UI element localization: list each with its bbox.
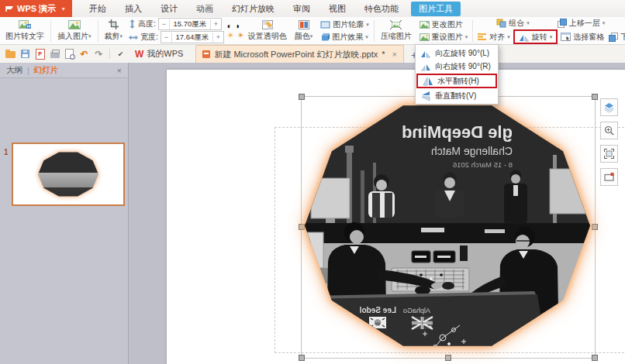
korea-flag-icon (369, 317, 386, 328)
width-decrease-button[interactable]: − (161, 33, 172, 43)
selection-handle-top-right[interactable] (592, 94, 598, 100)
set-transparent-label: 设置透明色 (248, 31, 287, 42)
contrast-increase-icon[interactable]: ◐ (227, 22, 232, 30)
slide-number: 1 (4, 148, 9, 156)
pdf-icon: P (36, 49, 45, 60)
tab-animation[interactable]: 动画 (187, 0, 223, 17)
selection-pane-button[interactable]: 选择窗格 (558, 31, 606, 43)
picture-outline-caret-icon: ▾ (366, 22, 369, 28)
ribbon: 图片转文字 插入图片▾ 裁剪▾ 高度: −15.70厘米+ 宽度: −17.64… (0, 17, 625, 45)
width-increase-button[interactable]: + (212, 33, 223, 43)
decagon-picture-glow: gle DeepMind Challenge Match 8 - 15 Marc… (305, 99, 590, 352)
crop-button[interactable]: 裁剪▾ (101, 18, 127, 43)
tab-view[interactable]: 视图 (319, 0, 355, 17)
width-value[interactable]: 17.64厘米 (172, 33, 212, 43)
magnifier-plus-icon (604, 125, 614, 136)
redo-icon: ↷ (95, 49, 102, 60)
open-file-button[interactable] (4, 47, 17, 60)
layers-button[interactable] (600, 98, 618, 116)
svg-text:gle DeepMind: gle DeepMind (402, 122, 513, 142)
my-wps-tab[interactable]: W 我的WPS (127, 45, 191, 63)
export-pdf-button[interactable]: P (33, 47, 47, 60)
tab-insert[interactable]: 插入 (116, 0, 151, 17)
group-label: 组合 (509, 18, 524, 29)
print-icon (50, 52, 60, 58)
reset-picture-button[interactable]: 重设图片▾ (417, 31, 471, 43)
redo-button[interactable]: ↷ (92, 47, 105, 60)
contrast-decrease-icon[interactable]: ◑ (235, 22, 240, 30)
picture-outline-button[interactable]: 图片轮廓▾ (318, 19, 371, 30)
width-field-row: 宽度: −17.64厘米+ (129, 31, 224, 43)
fit-slide-button[interactable] (600, 145, 618, 163)
alphago-match-picture[interactable]: gle DeepMind Challenge Match 8 - 15 Marc… (305, 99, 590, 352)
svg-text:AlphaGo: AlphaGo (403, 307, 430, 314)
rotate-label: 旋转 (532, 32, 547, 43)
send-backward-button[interactable]: 下移一层▾ (606, 31, 625, 43)
height-icon (129, 19, 136, 29)
canvas-size-icon (604, 173, 614, 181)
color-button[interactable]: 颜色▾ (291, 18, 317, 43)
canvas-size-button[interactable] (600, 168, 618, 186)
tab-design[interactable]: 设计 (151, 0, 187, 17)
crop-label: 裁剪 (105, 31, 120, 42)
align-button[interactable]: 对齐▾ (475, 31, 513, 43)
tab-home[interactable]: 开始 (80, 0, 116, 17)
align-caret-icon: ▾ (507, 34, 510, 40)
slide-thumbnail[interactable] (12, 143, 125, 206)
tab-special-features[interactable]: 特色功能 (355, 0, 408, 17)
menu-item-rotate-left-90[interactable]: 向左旋转 90°(L) (416, 46, 498, 60)
tab-slideshow[interactable]: 幻灯片放映 (223, 0, 284, 17)
selection-handle-middle-right[interactable] (592, 224, 598, 230)
compress-picture-button[interactable]: 压缩图片 (377, 18, 416, 43)
document-tab-active[interactable]: 新建 Microsoft PowerPoint 幻灯片放映.pptx * × (195, 45, 404, 63)
tab-picture-tools-active[interactable]: 图片工具 (411, 2, 461, 16)
selection-handle-bottom-left[interactable] (299, 355, 305, 361)
print-button[interactable] (48, 47, 61, 60)
outline-tab[interactable]: 大纲 (6, 65, 22, 76)
wps-logo-icon (5, 5, 14, 13)
selection-handle-bottom-center[interactable] (445, 355, 451, 361)
set-transparent-color-button[interactable]: 设置透明色 (244, 18, 291, 43)
height-value[interactable]: 15.70厘米 (170, 19, 210, 29)
menu-item-rotate-right-90[interactable]: 向右旋转 90°(R) (416, 60, 498, 73)
presentation-file-icon (202, 50, 210, 58)
brightness-increase-icon[interactable]: ☀ (227, 31, 234, 39)
zoom-button[interactable] (600, 122, 618, 139)
uk-flag-icon (412, 317, 433, 329)
rotate-right-90-icon (420, 61, 431, 71)
selection-handle-middle-left[interactable] (299, 224, 305, 230)
selection-handle-top-left[interactable] (299, 94, 305, 100)
insert-picture-button[interactable]: 插入图片▾ (54, 18, 95, 43)
fit-page-icon (604, 149, 614, 159)
insert-picture-caret-icon: ▾ (88, 33, 92, 39)
tab-review[interactable]: 审阅 (284, 0, 319, 17)
picture-to-text-button[interactable]: 图片转文字 (2, 18, 48, 43)
width-stepper: −17.64厘米+ (161, 31, 224, 43)
height-decrease-button[interactable]: − (159, 19, 170, 29)
menu-item-flip-horizontal[interactable]: 水平翻转(H) (418, 75, 496, 87)
compress-picture-icon (390, 20, 402, 29)
undo-button[interactable]: ↶ (78, 47, 91, 60)
picture-effects-button[interactable]: 图片效果▾ (318, 31, 371, 43)
brightness-decrease-icon[interactable]: ☀ (237, 31, 244, 39)
bring-forward-button[interactable]: 上移一层▾ (555, 17, 608, 29)
customize-toolbar-button[interactable]: ✔ (114, 47, 127, 60)
selection-handle-bottom-right[interactable] (592, 355, 598, 361)
close-document-button[interactable]: × (392, 50, 397, 59)
slides-tab-active[interactable]: 幻灯片 (34, 65, 59, 76)
picture-effects-label: 图片效果 (332, 32, 363, 43)
editing-canvas[interactable]: gle DeepMind Challenge Match 8 - 15 Marc… (129, 63, 625, 364)
menu-item-flip-vertical[interactable]: 垂直翻转(V) (416, 89, 498, 102)
print-preview-button[interactable] (63, 47, 76, 60)
height-increase-button[interactable]: + (210, 19, 221, 29)
rotate-annotation-box: 旋转▾ (513, 29, 558, 44)
group-button[interactable]: 组合▾ (494, 17, 532, 29)
slides-panel: 大纲 | 幻灯片 × 1 (0, 63, 129, 364)
bring-forward-icon (558, 19, 567, 28)
rotate-button[interactable]: 旋转▾ (516, 31, 555, 43)
save-button[interactable] (19, 47, 32, 60)
ribbon-separator (472, 20, 473, 42)
panel-close-button[interactable]: × (117, 66, 122, 75)
change-picture-button[interactable]: 更改图片 (417, 19, 471, 30)
wps-logo[interactable]: WPS 演示 ▼ (0, 0, 72, 17)
